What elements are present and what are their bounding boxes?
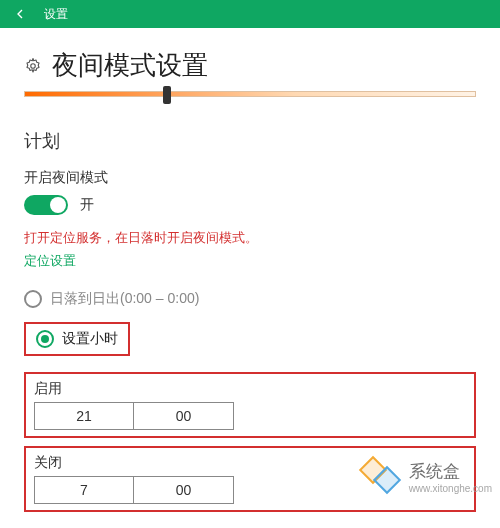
toggle-state-text: 开 xyxy=(80,196,94,214)
radio-circle-icon xyxy=(36,330,54,348)
slider-thumb[interactable] xyxy=(163,86,171,104)
enable-time-label: 启用 xyxy=(34,380,466,398)
night-mode-toggle[interactable] xyxy=(24,195,68,215)
section-plan-title: 计划 xyxy=(24,129,476,153)
warmth-slider[interactable] xyxy=(24,91,476,97)
radio-sunset-label: 日落到日出(0:00 – 0:00) xyxy=(50,290,199,308)
highlight-box-enable-time: 启用 21 00 xyxy=(24,372,476,438)
enable-hour-input[interactable]: 21 xyxy=(34,402,134,430)
radio-hours-label: 设置小时 xyxy=(62,330,118,348)
page-header: 夜间模式设置 xyxy=(24,48,476,83)
back-button[interactable] xyxy=(0,0,40,28)
gear-icon xyxy=(24,57,42,75)
toggle-label: 开启夜间模式 xyxy=(24,169,476,187)
disable-hour-input[interactable]: 7 xyxy=(34,476,134,504)
svg-point-0 xyxy=(31,63,36,68)
watermark-text: 系统盒 xyxy=(409,460,492,483)
radio-circle-icon xyxy=(24,290,42,308)
location-settings-link[interactable]: 定位设置 xyxy=(24,252,76,270)
highlight-box-radio: 设置小时 xyxy=(24,322,130,356)
location-warning: 打开定位服务，在日落时开启夜间模式。 xyxy=(24,229,476,247)
disable-minute-input[interactable]: 00 xyxy=(134,476,234,504)
enable-minute-input[interactable]: 00 xyxy=(134,402,234,430)
titlebar: 设置 xyxy=(0,0,500,28)
watermark: 系统盒 www.xitonghe.com xyxy=(355,456,492,498)
page-title: 夜间模式设置 xyxy=(52,48,208,83)
watermark-logo-icon xyxy=(355,456,403,498)
radio-sunset: 日落到日出(0:00 – 0:00) xyxy=(24,290,476,308)
titlebar-title: 设置 xyxy=(40,6,68,23)
toggle-knob xyxy=(50,197,66,213)
watermark-url: www.xitonghe.com xyxy=(409,483,492,494)
radio-set-hours[interactable]: 设置小时 xyxy=(36,330,118,348)
arrow-left-icon xyxy=(12,6,28,22)
